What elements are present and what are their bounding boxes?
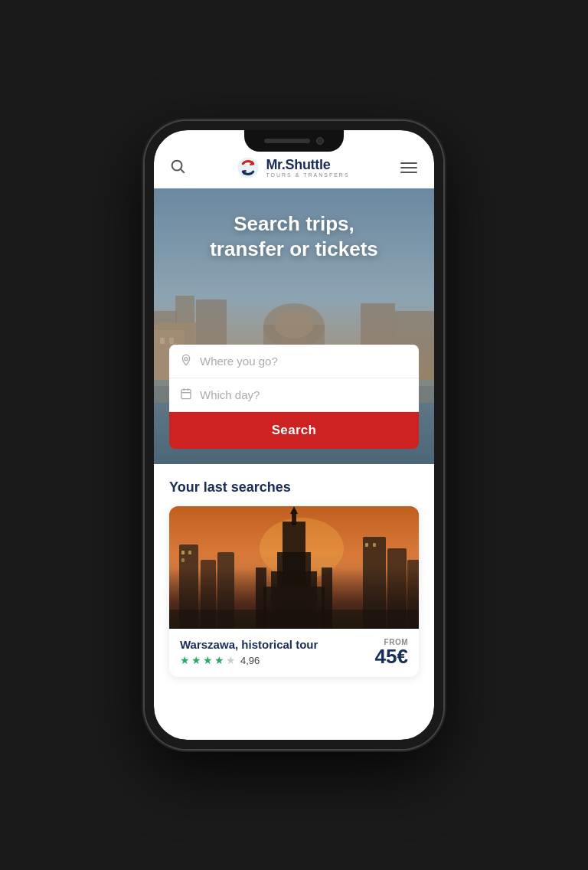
svg-rect-40 bbox=[387, 548, 407, 629]
svg-rect-41 bbox=[407, 560, 419, 629]
price-value: 45€ bbox=[375, 645, 408, 668]
front-camera bbox=[316, 137, 324, 145]
hero-title: Search trips, transfer or tickets bbox=[154, 211, 434, 261]
search-button[interactable]: Search bbox=[169, 412, 419, 449]
phone-frame: Mr.Shuttle TOURS & TRANSFERS bbox=[145, 121, 443, 749]
destination-placeholder[interactable]: Where you go? bbox=[200, 355, 278, 368]
svg-point-21 bbox=[185, 358, 188, 361]
speaker bbox=[264, 139, 310, 143]
star-4: ★ bbox=[214, 654, 224, 666]
svg-rect-45 bbox=[365, 543, 368, 547]
logo[interactable]: Mr.Shuttle TOURS & TRANSFERS bbox=[235, 155, 349, 181]
svg-rect-37 bbox=[201, 560, 216, 629]
date-input-wrap[interactable]: Which day? bbox=[169, 378, 419, 412]
hero-section: Search trips, transfer or tickets Where … bbox=[154, 188, 434, 464]
card-title: Warszawa, historical tour bbox=[180, 638, 318, 651]
logo-text: Mr.Shuttle TOURS & TRANSFERS bbox=[266, 158, 349, 178]
svg-rect-31 bbox=[263, 587, 325, 629]
svg-rect-38 bbox=[217, 552, 234, 629]
svg-rect-30 bbox=[271, 571, 317, 629]
card-left: Warszawa, historical tour ★ ★ ★ ★ ★ 4,96 bbox=[180, 638, 318, 666]
svg-rect-22 bbox=[181, 390, 191, 399]
star-2: ★ bbox=[191, 654, 201, 666]
svg-rect-34 bbox=[256, 567, 266, 629]
svg-rect-46 bbox=[373, 543, 376, 547]
svg-rect-39 bbox=[363, 537, 386, 629]
date-placeholder[interactable]: Which day? bbox=[200, 388, 260, 401]
destination-input-wrap[interactable]: Where you go? bbox=[169, 345, 419, 378]
svg-rect-35 bbox=[322, 567, 332, 629]
notch bbox=[244, 130, 344, 152]
svg-rect-47 bbox=[169, 610, 419, 629]
svg-rect-44 bbox=[181, 558, 185, 562]
star-1: ★ bbox=[180, 654, 190, 666]
card-price: FROM 45€ bbox=[375, 638, 408, 666]
search-card[interactable]: Warszawa, historical tour ★ ★ ★ ★ ★ 4,96 bbox=[169, 506, 419, 677]
calendar-icon bbox=[180, 388, 192, 402]
star-5: ★ bbox=[226, 654, 236, 666]
hamburger-menu[interactable] bbox=[399, 161, 419, 175]
svg-line-1 bbox=[181, 169, 184, 172]
search-icon[interactable] bbox=[169, 158, 186, 178]
app-name: Mr.Shuttle bbox=[266, 158, 349, 173]
app-tagline: TOURS & TRANSFERS bbox=[266, 172, 349, 178]
card-info: Warszawa, historical tour ★ ★ ★ ★ ★ 4,96 bbox=[169, 629, 419, 677]
svg-rect-43 bbox=[188, 551, 191, 554]
screen: Mr.Shuttle TOURS & TRANSFERS bbox=[154, 130, 434, 740]
svg-rect-29 bbox=[277, 552, 311, 629]
logo-icon bbox=[235, 155, 261, 181]
last-searches-section: Your last searches bbox=[154, 464, 434, 695]
star-3: ★ bbox=[203, 654, 213, 666]
location-icon bbox=[180, 354, 192, 368]
rating-text: 4,96 bbox=[240, 655, 260, 666]
screen-content: Mr.Shuttle TOURS & TRANSFERS bbox=[154, 130, 434, 740]
search-form: Where you go? Which day? bbox=[169, 345, 419, 449]
svg-rect-36 bbox=[179, 545, 198, 629]
svg-rect-42 bbox=[181, 551, 185, 554]
warsaw-image bbox=[169, 506, 419, 629]
svg-rect-28 bbox=[283, 522, 305, 629]
star-rating: ★ ★ ★ ★ ★ 4,96 bbox=[180, 654, 318, 666]
section-title: Your last searches bbox=[169, 479, 419, 496]
card-image bbox=[169, 506, 419, 629]
